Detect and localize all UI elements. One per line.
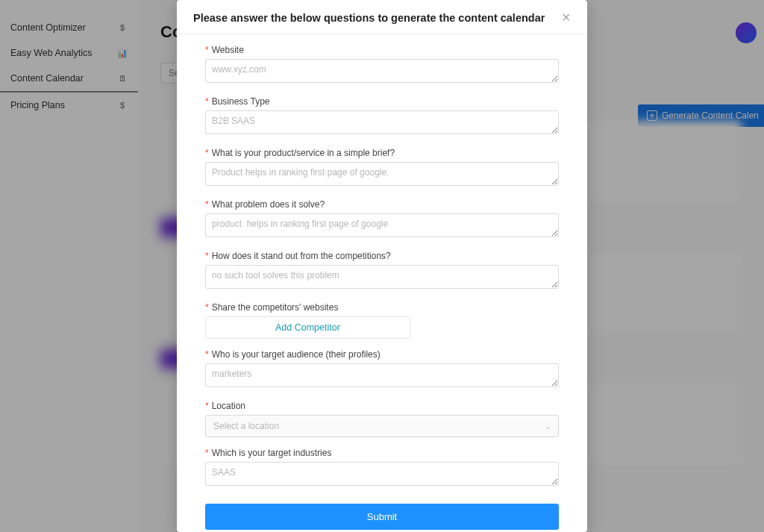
modal-title: Please answer the below questions to gen… bbox=[193, 12, 545, 24]
problem-input[interactable] bbox=[205, 213, 559, 237]
business-type-label: *Business Type bbox=[205, 96, 559, 107]
content-calendar-modal: Please answer the below questions to gen… bbox=[177, 0, 587, 532]
website-label: *Website bbox=[205, 45, 559, 55]
submit-button[interactable]: Submit bbox=[205, 504, 559, 530]
modal-header: Please answer the below questions to gen… bbox=[177, 0, 587, 34]
chevron-down-icon: ⌄ bbox=[545, 422, 551, 431]
website-input[interactable] bbox=[205, 59, 559, 83]
industries-input[interactable] bbox=[205, 462, 559, 486]
location-label: *Location bbox=[205, 401, 559, 411]
location-select[interactable]: Select a location ⌄ bbox=[205, 415, 559, 437]
problem-label: *What problem does it solve? bbox=[205, 199, 559, 210]
product-brief-label: *What is your product/service in a simpl… bbox=[205, 148, 559, 158]
industries-label: *Which is your target industries bbox=[205, 448, 559, 458]
audience-input[interactable] bbox=[205, 363, 559, 387]
competitors-label: *Share the competitors' websites bbox=[205, 302, 559, 313]
close-icon[interactable]: ✕ bbox=[561, 10, 571, 25]
business-type-input[interactable] bbox=[205, 110, 559, 134]
location-placeholder: Select a location bbox=[213, 421, 279, 431]
modal-body: *Website *Business Type *What is your pr… bbox=[177, 34, 587, 532]
product-brief-input[interactable] bbox=[205, 162, 559, 186]
add-competitor-button[interactable]: Add Competitor bbox=[205, 316, 410, 339]
standout-input[interactable] bbox=[205, 265, 559, 289]
audience-label: *Who is your target audience (their prof… bbox=[205, 349, 559, 360]
standout-label: *How does it stand out from the competit… bbox=[205, 251, 559, 261]
